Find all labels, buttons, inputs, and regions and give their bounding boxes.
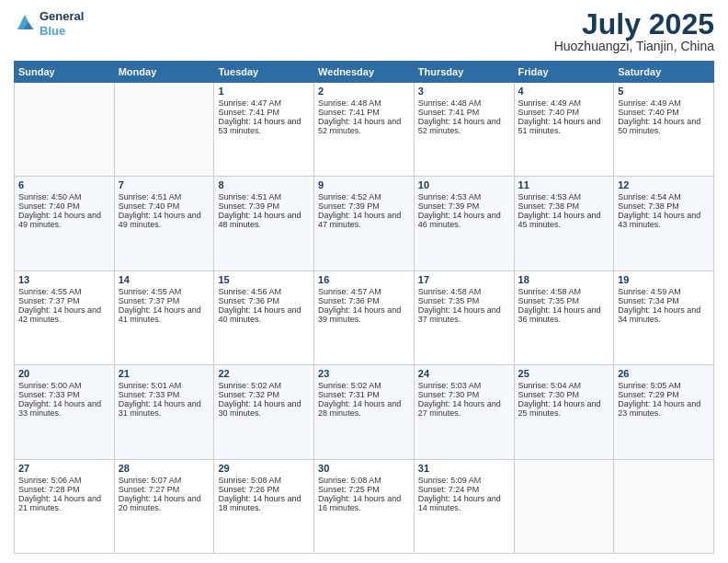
day-number: 27	[18, 463, 110, 474]
sunset-text: Sunset: 7:29 PM	[618, 390, 710, 399]
calendar-week-row: 6Sunrise: 4:50 AMSunset: 7:40 PMDaylight…	[15, 177, 714, 270]
daylight-text: Daylight: 14 hours and 49 minutes.	[119, 211, 210, 229]
sunrise-text: Sunrise: 5:06 AM	[18, 476, 110, 485]
day-number: 1	[218, 86, 310, 97]
sunset-text: Sunset: 7:26 PM	[218, 485, 310, 494]
daylight-text: Daylight: 14 hours and 43 minutes.	[618, 211, 710, 229]
calendar-cell	[614, 459, 714, 553]
logo-line2: Blue	[40, 24, 84, 39]
daylight-text: Daylight: 14 hours and 48 minutes.	[218, 211, 310, 229]
daylight-text: Daylight: 14 hours and 53 minutes.	[218, 117, 310, 135]
sunset-text: Sunset: 7:39 PM	[318, 201, 410, 211]
calendar-cell: 26Sunrise: 5:05 AMSunset: 7:29 PMDayligh…	[614, 365, 714, 459]
sunset-text: Sunset: 7:27 PM	[119, 485, 210, 494]
sunrise-text: Sunrise: 4:53 AM	[418, 192, 510, 201]
calendar-cell: 24Sunrise: 5:03 AMSunset: 7:30 PMDayligh…	[414, 365, 514, 459]
day-number: 6	[18, 179, 110, 190]
sunrise-text: Sunrise: 5:00 AM	[18, 381, 110, 390]
day-number: 29	[218, 463, 310, 474]
day-number: 14	[119, 274, 210, 285]
sunset-text: Sunset: 7:25 PM	[318, 485, 410, 494]
sunset-text: Sunset: 7:33 PM	[119, 390, 210, 399]
sunset-text: Sunset: 7:33 PM	[18, 390, 110, 399]
day-number: 22	[218, 368, 310, 379]
sunrise-text: Sunrise: 4:57 AM	[318, 287, 410, 296]
calendar-cell: 12Sunrise: 4:54 AMSunset: 7:38 PMDayligh…	[614, 177, 714, 270]
daylight-text: Daylight: 14 hours and 16 minutes.	[318, 494, 410, 512]
calendar-cell: 3Sunrise: 4:48 AMSunset: 7:41 PMDaylight…	[414, 83, 514, 177]
calendar-week-row: 20Sunrise: 5:00 AMSunset: 7:33 PMDayligh…	[15, 365, 714, 459]
daylight-text: Daylight: 14 hours and 50 minutes.	[618, 117, 710, 135]
calendar-cell: 18Sunrise: 4:58 AMSunset: 7:35 PMDayligh…	[514, 270, 614, 364]
weekday-header: Sunday	[15, 62, 115, 83]
logo-icon	[14, 13, 36, 35]
weekday-header: Monday	[114, 62, 214, 83]
day-number: 13	[18, 274, 110, 285]
daylight-text: Daylight: 14 hours and 20 minutes.	[119, 494, 210, 512]
calendar-table: SundayMondayTuesdayWednesdayThursdayFrid…	[14, 61, 714, 554]
sunset-text: Sunset: 7:41 PM	[418, 108, 510, 117]
sunrise-text: Sunrise: 5:04 AM	[518, 381, 610, 390]
sunset-text: Sunset: 7:37 PM	[119, 296, 210, 305]
sunrise-text: Sunrise: 5:02 AM	[218, 381, 310, 390]
sunrise-text: Sunrise: 5:03 AM	[418, 381, 510, 390]
calendar-cell: 4Sunrise: 4:49 AMSunset: 7:40 PMDaylight…	[514, 83, 614, 177]
day-number: 2	[318, 86, 410, 97]
sunrise-text: Sunrise: 5:01 AM	[119, 381, 210, 390]
day-number: 18	[518, 274, 610, 285]
daylight-text: Daylight: 14 hours and 45 minutes.	[518, 211, 610, 229]
day-number: 16	[318, 274, 410, 285]
calendar-week-row: 27Sunrise: 5:06 AMSunset: 7:28 PMDayligh…	[15, 459, 714, 553]
calendar-cell: 29Sunrise: 5:08 AMSunset: 7:26 PMDayligh…	[214, 459, 314, 553]
calendar-location: Huozhuangzi, Tianjin, China	[554, 39, 714, 53]
day-number: 24	[418, 368, 510, 379]
daylight-text: Daylight: 14 hours and 33 minutes.	[18, 399, 110, 418]
calendar-cell: 9Sunrise: 4:52 AMSunset: 7:39 PMDaylight…	[314, 177, 415, 270]
day-number: 5	[618, 86, 710, 97]
calendar-cell: 14Sunrise: 4:55 AMSunset: 7:37 PMDayligh…	[114, 270, 214, 364]
calendar-cell: 16Sunrise: 4:57 AMSunset: 7:36 PMDayligh…	[314, 270, 415, 364]
calendar-week-row: 1Sunrise: 4:47 AMSunset: 7:41 PMDaylight…	[15, 83, 714, 177]
sunset-text: Sunset: 7:24 PM	[418, 485, 510, 494]
day-number: 4	[518, 86, 610, 97]
sunset-text: Sunset: 7:38 PM	[618, 201, 710, 211]
calendar-cell	[514, 459, 614, 553]
day-number: 30	[318, 463, 410, 474]
day-number: 31	[418, 463, 510, 474]
calendar-cell: 22Sunrise: 5:02 AMSunset: 7:32 PMDayligh…	[214, 365, 314, 459]
logo-line1: General	[40, 9, 84, 24]
calendar-cell: 7Sunrise: 4:51 AMSunset: 7:40 PMDaylight…	[114, 177, 214, 270]
calendar-cell: 28Sunrise: 5:07 AMSunset: 7:27 PMDayligh…	[114, 459, 214, 553]
day-number: 23	[318, 368, 410, 379]
daylight-text: Daylight: 14 hours and 46 minutes.	[418, 211, 510, 229]
calendar-cell: 5Sunrise: 4:49 AMSunset: 7:40 PMDaylight…	[614, 83, 714, 177]
daylight-text: Daylight: 14 hours and 18 minutes.	[218, 494, 310, 512]
calendar-cell: 21Sunrise: 5:01 AMSunset: 7:33 PMDayligh…	[114, 365, 214, 459]
day-number: 20	[18, 368, 110, 379]
calendar-cell: 2Sunrise: 4:48 AMSunset: 7:41 PMDaylight…	[314, 83, 415, 177]
sunset-text: Sunset: 7:41 PM	[318, 108, 410, 117]
sunrise-text: Sunrise: 4:51 AM	[218, 192, 310, 201]
sunset-text: Sunset: 7:30 PM	[518, 390, 610, 399]
day-number: 26	[618, 368, 710, 379]
sunset-text: Sunset: 7:28 PM	[18, 485, 110, 494]
sunset-text: Sunset: 7:40 PM	[618, 108, 710, 117]
daylight-text: Daylight: 14 hours and 14 minutes.	[418, 494, 510, 512]
sunset-text: Sunset: 7:36 PM	[218, 296, 310, 305]
sunset-text: Sunset: 7:31 PM	[318, 390, 410, 399]
daylight-text: Daylight: 14 hours and 36 minutes.	[518, 305, 610, 324]
daylight-text: Daylight: 14 hours and 21 minutes.	[18, 494, 110, 512]
daylight-text: Daylight: 14 hours and 30 minutes.	[218, 399, 310, 418]
daylight-text: Daylight: 14 hours and 47 minutes.	[318, 211, 410, 229]
daylight-text: Daylight: 14 hours and 49 minutes.	[18, 211, 110, 229]
sunset-text: Sunset: 7:36 PM	[318, 296, 410, 305]
calendar-cell: 30Sunrise: 5:08 AMSunset: 7:25 PMDayligh…	[314, 459, 415, 553]
calendar-cell: 13Sunrise: 4:55 AMSunset: 7:37 PMDayligh…	[15, 270, 115, 364]
weekday-header: Tuesday	[214, 62, 314, 83]
calendar-cell: 8Sunrise: 4:51 AMSunset: 7:39 PMDaylight…	[214, 177, 314, 270]
daylight-text: Daylight: 14 hours and 51 minutes.	[518, 117, 610, 135]
calendar-week-row: 13Sunrise: 4:55 AMSunset: 7:37 PMDayligh…	[15, 270, 714, 364]
calendar-page: General Blue July 2025 Huozhuangzi, Tian…	[0, 0, 728, 563]
sunset-text: Sunset: 7:41 PM	[218, 108, 310, 117]
day-number: 19	[618, 274, 710, 285]
